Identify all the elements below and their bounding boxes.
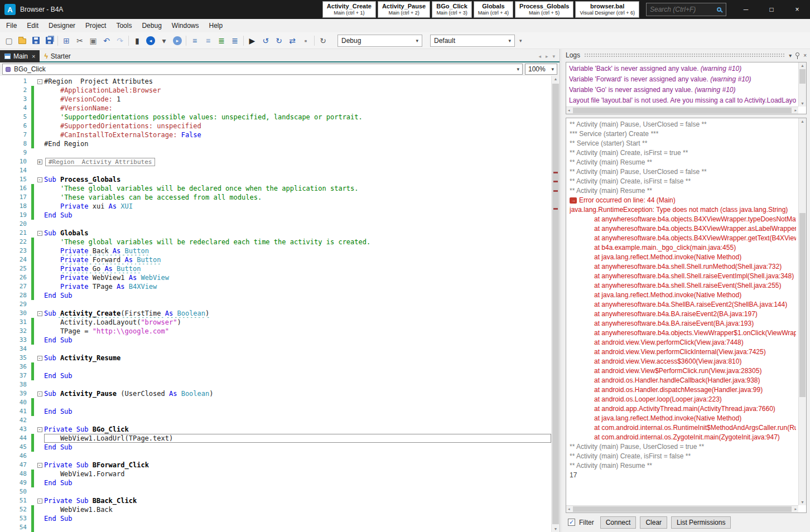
collapse-region-icon[interactable]: - [37, 311, 42, 316]
code-text[interactable]: TPage = "http:\\google.com" [44, 327, 551, 336]
code-text[interactable] [44, 345, 551, 354]
collapse-region-icon[interactable]: - [37, 463, 42, 468]
collapsed-region[interactable]: #Region Activity Attributes [45, 158, 155, 166]
code-text[interactable]: Private Go As Button [44, 264, 551, 273]
tab-main[interactable]: Main× [0, 50, 40, 62]
log-line[interactable]: *** Service (starter) Create *** [570, 129, 796, 139]
build-mode-select[interactable]: Debug ▾ [338, 35, 422, 47]
log-line[interactable]: at java.lang.reflect.Method.invoke(Nativ… [570, 414, 796, 423]
log-line[interactable]: at anywheresoftware.b4a.shell.Shell.rais… [570, 272, 796, 281]
collapse-region-icon[interactable]: - [37, 499, 42, 504]
log-line[interactable]: at android.view.View$PerformClick.run(Vi… [570, 366, 796, 376]
code-text[interactable] [44, 220, 551, 229]
tab-scroll-left-icon[interactable]: ◂ [538, 54, 541, 59]
filter-checkbox[interactable]: ✓ [568, 519, 575, 526]
copy-icon[interactable]: ▣ [86, 34, 100, 47]
code-text[interactable]: WebView1.LoadUrl(TPage.text) [44, 434, 551, 443]
log-line[interactable]: at android.view.View.performClick(View.j… [570, 338, 796, 347]
collapse-region-icon[interactable]: - [37, 79, 42, 84]
scroll-left-icon[interactable]: ◂ [568, 108, 570, 113]
code-text[interactable]: Private Sub BGo_Click [44, 425, 551, 434]
close-icon[interactable]: × [803, 52, 807, 59]
code-text[interactable]: Private Back As Button [44, 246, 551, 255]
scroll-right-icon[interactable]: ▸ [794, 507, 797, 511]
warning-mark[interactable] [553, 190, 558, 192]
toolbar-overflow-icon[interactable]: ▾ [519, 38, 522, 43]
quick-button-activity_pause[interactable]: Activity_PauseMain (ctrl + 2) [378, 1, 430, 18]
code-text[interactable]: 'SupportedOrientations possible values: … [44, 113, 551, 122]
scroll-up-icon[interactable]: ▲ [799, 64, 806, 67]
log-line[interactable]: at anywheresoftware.b4a.objects.B4XViewW… [570, 224, 796, 234]
designer-icon[interactable]: ⊞ [60, 34, 73, 47]
navigate-back-icon[interactable]: ◂ [144, 34, 157, 47]
code-text[interactable]: End Sub [44, 336, 551, 345]
scroll-down-icon[interactable]: ▼ [799, 500, 806, 504]
code-text[interactable]: End Sub [44, 443, 551, 452]
menu-help[interactable]: Help [204, 20, 228, 32]
code-text[interactable] [44, 300, 551, 309]
warning-message[interactable]: Variable 'Go' is never assigned any valu… [569, 85, 796, 95]
step-forward-icon[interactable]: ↻ [272, 34, 286, 47]
compile-icon[interactable]: ⇄ [286, 34, 299, 47]
scroll-left-icon[interactable]: ◂ [568, 507, 570, 511]
log-line[interactable]: ** Activity (main) Pause, UserClosed = t… [570, 442, 796, 452]
scrollbar-thumb[interactable] [573, 506, 792, 512]
menu-project[interactable]: Project [80, 20, 111, 32]
scroll-down-icon[interactable]: ▼ [552, 527, 560, 531]
list-permissions-button[interactable]: List Permissions [671, 516, 731, 529]
open-project-icon[interactable] [16, 34, 29, 47]
close-button[interactable]: × [784, 0, 810, 19]
quick-button-browser-bal[interactable]: browser.balVisual Designer (ctrl + 6) [575, 1, 639, 18]
code-text[interactable]: End Sub [44, 407, 551, 416]
search-icon[interactable] [717, 7, 721, 12]
collapse-region-icon[interactable]: - [37, 391, 42, 396]
code-text[interactable]: #Region Project Attributes [44, 77, 551, 86]
pin-icon[interactable] [795, 52, 799, 56]
code-text[interactable]: 'These variables can be accessed from al… [44, 193, 551, 202]
code-text[interactable]: Sub Activity_Pause (UserClosed As Boolea… [44, 389, 551, 398]
code-text[interactable]: Private xui As XUI [44, 202, 551, 211]
scroll-right-icon[interactable]: ▸ [794, 108, 797, 113]
log-line[interactable]: ** Activity (main) Create, isFirst = fal… [570, 452, 796, 461]
connect-button[interactable]: Connect [600, 516, 637, 529]
code-text[interactable]: Sub Activity_Resume [44, 354, 551, 362]
collapse-region-icon[interactable]: - [37, 356, 42, 361]
code-text[interactable] [44, 166, 551, 175]
log-line[interactable]: at android.os.Looper.loop(Looper.java:22… [570, 395, 796, 404]
member-selector[interactable]: BGo_Click ▾ [2, 64, 523, 75]
outdent-icon[interactable]: ≡ [188, 34, 201, 47]
warning-message[interactable]: Variable 'Forward' is never assigned any… [569, 74, 796, 85]
code-text[interactable]: #End Region [44, 139, 551, 148]
log-line[interactable]: at anywheresoftware.b4a.ShellBA.raiseEve… [570, 300, 796, 309]
redo-icon[interactable]: ↷ [113, 34, 127, 47]
warnings-vertical-scrollbar[interactable]: ▲ ▼ [798, 62, 806, 107]
back-history-dropdown-icon[interactable]: ▾ [157, 34, 171, 47]
code-text[interactable]: 'These global variables will be declared… [44, 184, 551, 193]
tab-scroll-right-icon[interactable]: ▸ [546, 54, 548, 59]
undo-icon[interactable]: ↶ [100, 34, 113, 47]
new-file-icon[interactable]: ▢ [2, 34, 16, 47]
log-line[interactable]: at com.android.internal.os.ZygoteInit.ma… [570, 433, 796, 442]
log-line[interactable]: ** Activity (main) Create, isFirst = tru… [570, 148, 796, 158]
log-line[interactable]: at anywheresoftware.b4a.objects.B4XViewW… [570, 234, 796, 243]
build-config-select[interactable]: Default ▾ [430, 35, 515, 47]
log-line[interactable]: java.lang.RuntimeException: Type does no… [570, 205, 796, 215]
code-text[interactable] [44, 487, 551, 496]
menu-tools[interactable]: Tools [111, 20, 137, 32]
log-line[interactable]: at android.os.Handler.dispatchMessage(Ha… [570, 385, 796, 395]
tab-list-icon[interactable]: ▾ [552, 54, 555, 59]
code-text[interactable]: #Region Activity Attributes [44, 157, 551, 166]
log-line[interactable]: ** Activity (main) Pause, UserClosed = f… [570, 120, 796, 129]
warning-message[interactable]: Variable 'Back' is never assigned any va… [569, 64, 796, 74]
code-editor[interactable]: 1-#Region Project Attributes2 #Applicati… [0, 76, 551, 532]
warning-mark[interactable] [553, 208, 558, 210]
uncomment-icon[interactable]: ≣ [228, 34, 242, 47]
close-tab-icon[interactable]: × [32, 53, 35, 60]
menu-edit[interactable]: Edit [22, 20, 44, 32]
menu-windows[interactable]: Windows [167, 20, 204, 32]
menu-file[interactable]: File [1, 20, 22, 32]
comment-icon[interactable]: ≣ [215, 34, 228, 47]
code-text[interactable]: Private Sub BBack_Click [44, 496, 551, 505]
menu-debug[interactable]: Debug [137, 20, 166, 32]
scrollbar-thumb[interactable] [573, 108, 792, 113]
